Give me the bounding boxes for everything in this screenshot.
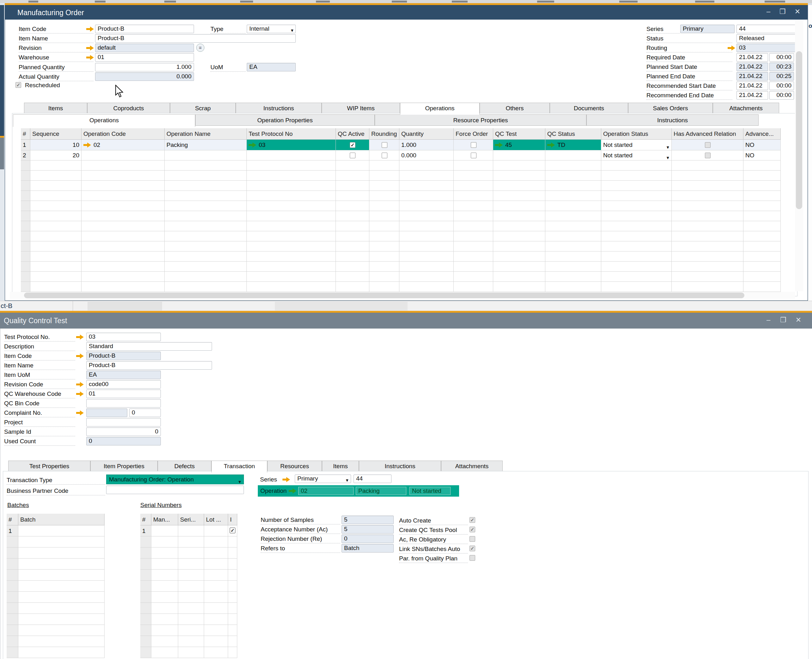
mo-tab-documents[interactable]: Documents <box>550 102 628 114</box>
serials-table-cell[interactable] <box>178 625 204 636</box>
mo-empty-cell[interactable] <box>30 170 82 181</box>
mo-empty-cell[interactable] <box>82 282 165 292</box>
mo-cell-quantity[interactable]: 0.000 <box>399 150 454 161</box>
mo-empty-cell[interactable] <box>399 211 454 221</box>
mo-empty-cell[interactable] <box>82 191 165 201</box>
mo-empty-cell[interactable] <box>369 241 399 251</box>
mo-empty-cell[interactable] <box>247 161 336 170</box>
mo-empty-cell[interactable] <box>493 262 546 272</box>
mo-empty-cell[interactable] <box>336 251 369 262</box>
mo-empty-cell[interactable] <box>336 262 369 272</box>
mo-empty-cell[interactable] <box>247 282 336 292</box>
serials-table-cell[interactable] <box>151 581 178 592</box>
mo-empty-cell[interactable] <box>743 201 781 211</box>
serials-table-cell[interactable] <box>228 581 237 592</box>
mo-empty-cell[interactable] <box>369 170 399 181</box>
mo-empty-cell[interactable] <box>672 282 743 292</box>
serials-table-cell[interactable] <box>151 536 178 547</box>
serials-table-cell[interactable] <box>178 592 204 603</box>
mo-empty-cell[interactable] <box>30 231 82 241</box>
batches-table-cell[interactable] <box>18 525 104 536</box>
mo-empty-cell[interactable] <box>336 211 369 221</box>
batches-table-cell[interactable] <box>18 581 104 592</box>
mo-empty-cell[interactable] <box>336 241 369 251</box>
mo-empty-cell[interactable] <box>336 282 369 292</box>
mo-type-dropdown[interactable]: Internal▼ <box>247 25 296 33</box>
mo-tab-items[interactable]: Items <box>24 102 87 114</box>
serials-table-cell[interactable] <box>228 614 237 625</box>
qc-tab-resources[interactable]: Resources <box>267 460 322 471</box>
mo-empty-cell[interactable] <box>30 251 82 262</box>
mo-empty-cell[interactable] <box>454 241 493 251</box>
mo-empty-cell[interactable] <box>454 211 493 221</box>
mo-empty-cell[interactable] <box>165 191 247 201</box>
qc-field-qc-bin-code[interactable] <box>86 399 161 408</box>
mo-empty-cell[interactable] <box>82 201 165 211</box>
mo-empty-cell[interactable] <box>30 241 82 251</box>
mo-empty-cell[interactable] <box>336 231 369 241</box>
mo-empty-cell[interactable] <box>743 221 781 231</box>
mo-tab-others[interactable]: Others <box>479 102 550 114</box>
batches-table-cell[interactable] <box>18 614 104 625</box>
mo-empty-cell[interactable] <box>247 221 336 231</box>
mo-col-header--[interactable]: # <box>21 128 30 140</box>
mo-empty-cell[interactable] <box>672 241 743 251</box>
qc-tab-attachments[interactable]: Attachments <box>441 460 503 471</box>
mo-empty-cell[interactable] <box>165 231 247 241</box>
qc-tab-defects[interactable]: Defects <box>158 460 211 471</box>
serials-table-cell[interactable] <box>228 558 237 569</box>
mo-empty-cell[interactable] <box>546 191 601 201</box>
link-arrow-icon[interactable] <box>84 142 91 148</box>
mo-empty-cell[interactable] <box>369 282 399 292</box>
serials-table-cell[interactable] <box>204 625 228 636</box>
mo-col-header-qc-active[interactable]: QC Active <box>336 128 369 140</box>
mo-cell-qc-test[interactable] <box>493 150 546 161</box>
mo-maximize-button[interactable]: ❒ <box>777 8 788 16</box>
qc-tab-instructions[interactable]: Instructions <box>359 460 441 471</box>
mo-empty-cell[interactable] <box>493 191 546 201</box>
mo-empty-cell[interactable] <box>82 221 165 231</box>
mo-empty-cell[interactable] <box>30 221 82 231</box>
mo-empty-cell[interactable] <box>546 221 601 231</box>
serials-table-row-checkbox[interactable] <box>230 528 235 533</box>
mo-empty-cell[interactable] <box>247 181 336 191</box>
mo-empty-cell[interactable] <box>454 262 493 272</box>
serials-table-cell[interactable] <box>151 636 178 647</box>
mo-empty-cell[interactable] <box>672 231 743 241</box>
mo-empty-cell[interactable] <box>743 170 781 181</box>
mo-empty-cell[interactable] <box>369 231 399 241</box>
mo-empty-cell[interactable] <box>546 282 601 292</box>
mo-empty-cell[interactable] <box>743 272 781 282</box>
serials-table-col-header[interactable]: Man... <box>151 514 178 525</box>
serials-table-cell[interactable] <box>151 614 178 625</box>
mo-empty-cell[interactable] <box>369 221 399 231</box>
revision-list-icon[interactable]: ≡ <box>196 44 204 52</box>
mo-empty-cell[interactable] <box>30 282 82 292</box>
link-arrow-green-icon[interactable] <box>249 142 256 148</box>
mo-empty-cell[interactable] <box>546 231 601 241</box>
link-arrow-green-icon[interactable] <box>289 489 296 493</box>
qc-operation-status-field[interactable]: Not started <box>410 487 451 495</box>
serials-table-cell[interactable] <box>228 647 237 658</box>
mo-empty-cell[interactable] <box>165 251 247 262</box>
serials-table-col-header[interactable]: # <box>140 514 151 525</box>
serials-table-cell[interactable] <box>204 569 228 581</box>
mo-cell-has-advanced-relation[interactable] <box>672 150 743 161</box>
mo-date-field[interactable]: 21.04.22 <box>736 53 768 61</box>
qc-minimize-button[interactable]: – <box>763 316 774 325</box>
batches-table-cell[interactable] <box>18 625 104 636</box>
qc-series-number-field[interactable]: 44 <box>353 475 391 483</box>
mo-empty-cell[interactable] <box>493 282 546 292</box>
qc-field-revision-code[interactable]: code00 <box>86 380 161 389</box>
serials-table-cell[interactable] <box>228 525 237 536</box>
batches-table-cell[interactable] <box>18 647 104 658</box>
mo-col-header-sequence[interactable]: Sequence <box>30 128 82 140</box>
link-arrow-icon[interactable] <box>76 391 84 396</box>
mo-empty-cell[interactable] <box>672 201 743 211</box>
mo-empty-cell[interactable] <box>493 241 546 251</box>
mo-cell-qc-active[interactable] <box>336 150 369 161</box>
mo-empty-cell[interactable] <box>399 181 454 191</box>
mo-cell-operation-name[interactable] <box>165 150 247 161</box>
mo-empty-cell[interactable] <box>493 231 546 241</box>
qc-field-project[interactable] <box>86 418 161 426</box>
